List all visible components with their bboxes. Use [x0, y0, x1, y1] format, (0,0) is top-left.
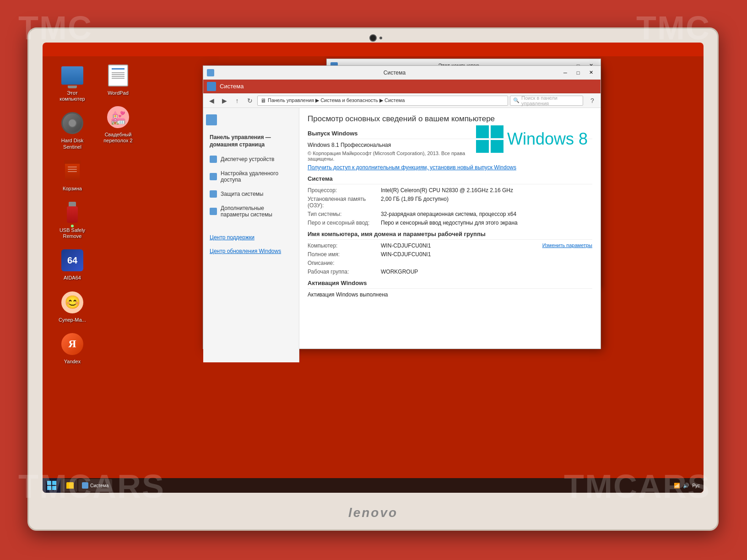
search-icon: 🔍 [513, 97, 520, 103]
ram-row: Установленная память (ОЗУ): 2,00 ГБ (1,8… [308, 196, 592, 209]
windows-link-row: Получить доступ к дополнительным функция… [308, 164, 592, 171]
yandex-icon-label: Yandex [64, 359, 81, 365]
sidebar-icon-row [203, 113, 299, 129]
nav-refresh-button[interactable]: ↻ [244, 95, 255, 106]
harddisk-icon [60, 110, 85, 136]
super-icon-label: Супер-Ма... [59, 317, 86, 323]
search-placeholder: Поиск в панели управления [521, 95, 580, 106]
workgroup-row: Рабочая группа: WORKGROUP [308, 269, 592, 275]
win8-grid-tl [476, 125, 489, 138]
os-type-value: 32-разрядная операционная система, проце… [381, 211, 592, 217]
sidebar-update-label: Центр обновления Windows [210, 248, 281, 254]
search-bar[interactable]: 🔍 Поиск в панели управления [510, 96, 583, 106]
pen-value: Перо и сенсорный ввод недоступны для это… [381, 220, 592, 226]
start-icon-bl [47, 486, 51, 490]
sidebar-protection-icon [210, 190, 217, 198]
sidebar-protection-label: Защита системы [221, 191, 263, 197]
sidebar-support-label: Центр поддержки [210, 234, 254, 241]
pen-row: Перо и сенсорный ввод: Перо и сенсорный … [308, 220, 592, 226]
tray-network-icon[interactable]: 📶 [674, 483, 680, 489]
windows-upgrade-link[interactable]: Получить доступ к дополнительным функция… [308, 164, 516, 171]
pen-label: Перо и сенсорный ввод: [308, 220, 381, 226]
processor-value: Intel(R) Celeron(R) CPU N2830 @ 2.16GHz … [381, 187, 592, 194]
sidebar-devices-icon [210, 156, 217, 163]
os-type-label: Тип системы: [308, 211, 381, 217]
desktop-icon-super[interactable]: 😊 Супер-Ма... [52, 288, 93, 325]
win8-grid-bl [476, 140, 489, 153]
desktop-icon-yandex[interactable]: Я Yandex [52, 329, 93, 366]
computer-row: Компьютер: WIN-CDJUFCU0NI1 Изменить пара… [308, 242, 592, 249]
breadcrumb[interactable]: 🖥 Панель управления ▶ Система и безопасн… [257, 96, 508, 106]
page-title: Просмотр основных сведений о вашем компь… [308, 114, 592, 124]
desktop: Этоткомпьютер Hard DiskSentinel [43, 56, 704, 493]
system-window-title: Система [230, 70, 559, 76]
taskbar-system-icon [82, 482, 88, 489]
computer-label: Компьютер: [308, 242, 381, 249]
processor-label: Процессор: [308, 187, 381, 194]
camera-dot [369, 34, 377, 42]
full-name-label: Полное имя: [308, 251, 381, 258]
sidebar-item-update[interactable]: Центр обновления Windows [203, 244, 299, 258]
sidebar: Панель управления — домашняя страница Ди… [203, 108, 299, 362]
sidebar-remote-icon [210, 173, 217, 180]
windows-logo-text: Windows 8 [507, 129, 588, 149]
desktop-icon-aida64[interactable]: 64 AIDA64 [52, 246, 93, 283]
desktop-icon-computer[interactable]: Этоткомпьютер [52, 61, 93, 104]
system-maximize-button[interactable]: □ [572, 68, 584, 77]
sidebar-remote-label: Настройка удаленного доступа [221, 170, 292, 183]
system-window-controls: ─ □ ✕ [559, 68, 597, 77]
sidebar-item-protection[interactable]: Защита системы [203, 187, 299, 201]
sidebar-item-devices[interactable]: Диспетчер устройств [203, 152, 299, 167]
ram-label: Установленная память (ОЗУ): [308, 196, 381, 209]
full-name-value: WIN-CDJUFCU0NI1 [381, 251, 592, 258]
windows-copyright: © Корпорация Майкрософт (Microsoft Corpo… [308, 151, 476, 162]
system-minimize-button[interactable]: ─ [559, 68, 571, 77]
system-titlebar: Система ─ □ ✕ [203, 66, 601, 80]
desktop-icon-recycle[interactable]: Корзина [52, 156, 93, 194]
sidebar-advanced-label: Дополнительные параметры системы [221, 205, 292, 218]
taskbar-system-label: Система [90, 483, 108, 488]
recycle-icon [60, 158, 85, 184]
desktop-icon-usb[interactable]: USB SafelyRemove [52, 198, 93, 241]
system-window[interactable]: Система ─ □ ✕ Система ◀ ▶ ↑ [203, 65, 601, 349]
computer-icon [60, 63, 85, 88]
computer-section-header: Имя компьютера, имя домена и параметры р… [308, 231, 592, 240]
taskbar-system[interactable]: Система [78, 479, 112, 492]
sidebar-item-remote[interactable]: Настройка удаленного доступа [203, 167, 299, 187]
description-label: Описание: [308, 260, 381, 266]
description-row: Описание: [308, 260, 592, 266]
start-icon-tr [52, 481, 56, 485]
nav-back-button[interactable]: ◀ [206, 95, 217, 106]
start-icon-tl [47, 481, 51, 485]
activation-status-row: Активация Windows выполнена [308, 291, 592, 298]
sidebar-item-advanced[interactable]: Дополнительные параметры системы [203, 201, 299, 221]
sidebar-footer: Центр поддержки Центр обновления Windows [203, 221, 299, 258]
harddisk-icon-label: Hard DiskSentinel [61, 138, 83, 150]
main-content: Просмотр основных сведений о вашем компь… [299, 108, 601, 362]
usb-icon [60, 200, 85, 226]
help-button[interactable]: ? [587, 95, 598, 106]
tray-time: Рус [692, 483, 700, 488]
nav-forward-button[interactable]: ▶ [219, 95, 230, 106]
os-type-row: Тип системы: 32-разрядная операционная с… [308, 211, 592, 217]
system-close-button[interactable]: ✕ [585, 68, 597, 77]
start-icon-br [52, 486, 56, 490]
desktop-icon-harddisk[interactable]: Hard DiskSentinel [52, 108, 93, 151]
ribbon-icon [207, 82, 216, 91]
super-icon: 😊 [60, 290, 85, 315]
taskbar-file-explorer[interactable] [63, 479, 77, 492]
system-window-icon [207, 69, 214, 76]
windows-logo-area: Windows 8 [476, 125, 588, 153]
start-button[interactable] [43, 478, 61, 493]
change-params-link[interactable]: Изменить параметры [542, 242, 592, 249]
nav-up-button[interactable]: ↑ [232, 95, 243, 106]
workgroup-value: WORKGROUP [381, 269, 592, 275]
tray-volume-icon[interactable]: 🔊 [683, 483, 689, 489]
computer-value: WIN-CDJUFCU0NI1 [381, 242, 542, 249]
workgroup-label: Рабочая группа: [308, 269, 381, 275]
description-value [381, 260, 592, 266]
desktop-icon-wordpad[interactable]: WordPad [97, 61, 139, 98]
desktop-icon-wedding[interactable]: 💒 Свадебныйпереполох 2 [97, 102, 139, 145]
sidebar-item-support[interactable]: Центр поддержки [203, 231, 299, 244]
ribbon-title: Система [220, 83, 244, 90]
